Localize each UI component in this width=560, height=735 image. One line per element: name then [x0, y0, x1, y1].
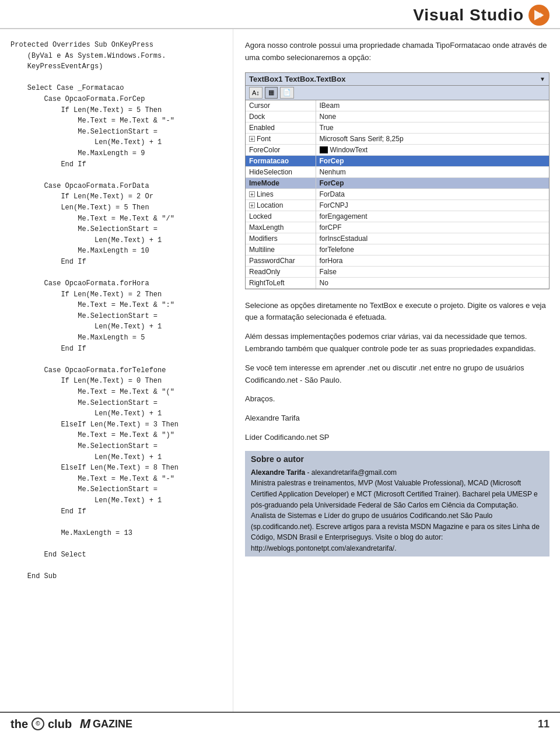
properties-table: Cursor IBeam Dock None Enabled True +F	[246, 100, 549, 289]
prop-name-hideselection: HideSelection	[246, 166, 316, 177]
prop-row-dock: Dock None	[246, 111, 549, 122]
prop-value-modifiers: forInscEstadual	[316, 233, 549, 244]
prop-name-passwordchar: PasswordChar	[246, 255, 316, 266]
prop-value-forecolor: WindowText	[316, 144, 549, 155]
page-wrapper: Visual Studio Protected Overrides Sub On…	[0, 0, 560, 735]
visual-studio-logo-icon	[528, 5, 550, 26]
prop-row-lines: +Lines ForData	[246, 188, 549, 200]
prop-row-cursor: Cursor IBeam	[246, 100, 549, 111]
prop-row-imemode: ImeMode ForCep	[246, 177, 549, 188]
prop-value-dock: None	[316, 111, 549, 122]
prop-name-cursor: Cursor	[246, 100, 316, 111]
right-column: Agora nosso controle possui uma propried…	[233, 29, 560, 712]
prop-value-passwordchar: forHora	[316, 255, 549, 266]
prop-name-imemode: ImeMode	[246, 177, 316, 188]
props-dropdown-arrow-icon[interactable]: ▼	[540, 76, 545, 82]
prop-value-formatacao: ForCep	[316, 155, 549, 166]
footer-m-text: M	[80, 716, 90, 732]
footer-page-number: 11	[538, 718, 550, 730]
prop-row-enabled: Enabled True	[246, 122, 549, 133]
prop-row-passwordchar: PasswordChar forHora	[246, 255, 549, 266]
prop-row-maxlength: MaxLength forCPF	[246, 222, 549, 233]
content-area: Protected Overrides Sub OnKeyPress (ByVa…	[0, 29, 560, 712]
prop-name-font: +Font	[246, 133, 316, 144]
code-block: Protected Overrides Sub OnKeyPress (ByVa…	[10, 40, 226, 582]
props-toolbar: A↕ ▦ 📄	[246, 86, 549, 100]
prop-value-readonly: False	[316, 266, 549, 277]
prop-row-font: +Font Microsoft Sans Serif; 8,25p	[246, 133, 549, 144]
club-circle-icon: ©	[32, 718, 44, 730]
prop-name-multiline: Multiline	[246, 244, 316, 255]
alexandre-text: Alexandre Tarifa	[245, 412, 550, 425]
about-body: Alexandre Tarifa - alexandretarifa@gmail…	[251, 467, 544, 554]
prop-value-locked: forEngagement	[316, 211, 549, 222]
properties-panel: TextBox1 TextBox.TextBox ▼ A↕ ▦ 📄 Cursor…	[245, 72, 550, 289]
prop-row-readonly: ReadOnly False	[246, 266, 549, 277]
selecione-text: Selecione as opções diretamente no TextB…	[245, 300, 550, 324]
prop-name-modifiers: Modifiers	[246, 233, 316, 244]
abracos-text: Abraços.	[245, 393, 550, 405]
about-section: Sobre o autor Alexandre Tarifa - alexand…	[245, 451, 550, 556]
prop-name-formatacao: Formatacao	[246, 155, 316, 166]
se-voce-text: Se você tem interesse em aprender .net o…	[245, 362, 550, 387]
prop-row-modifiers: Modifiers forInscEstadual	[246, 233, 549, 244]
prop-name-readonly: ReadOnly	[246, 266, 316, 277]
about-email-separator: -	[307, 468, 312, 477]
prop-row-hideselection: HideSelection Nenhum	[246, 166, 549, 177]
footer-club-text: club	[48, 718, 72, 731]
props-title-row: TextBox1 TextBox.TextBox ▼	[246, 73, 549, 86]
about-bio: Ministra palestras e treinamentos, MVP (…	[251, 479, 540, 552]
header: Visual Studio	[0, 0, 560, 29]
prop-value-imemode: ForCep	[316, 177, 549, 188]
prop-value-enabled: True	[316, 122, 549, 133]
footer-the-text: the	[10, 718, 28, 731]
prop-value-multiline: forTelefone	[316, 244, 549, 255]
prop-name-righttoleft: RightToLeft	[246, 277, 316, 288]
prop-row-multiline: Multiline forTelefone	[246, 244, 549, 255]
prop-name-maxlength: MaxLength	[246, 222, 316, 233]
prop-name-enabled: Enabled	[246, 122, 316, 133]
prop-value-maxlength: forCPF	[316, 222, 549, 233]
prop-name-lines: +Lines	[246, 188, 316, 200]
sort-az-button[interactable]: A↕	[249, 87, 262, 99]
prop-name-location: +Location	[246, 200, 316, 211]
header-title: Visual Studio	[413, 6, 524, 24]
prop-value-hideselection: Nenhum	[316, 166, 549, 177]
prop-name-locked: Locked	[246, 211, 316, 222]
prop-value-location: ForCNPJ	[316, 200, 549, 211]
about-title: Sobre o autor	[251, 454, 544, 464]
footer: the © club MGAZINE 11	[0, 712, 560, 735]
prop-row-location: +Location ForCNPJ	[246, 200, 549, 211]
left-column: Protected Overrides Sub OnKeyPress (ByVa…	[0, 29, 233, 712]
about-author-name: Alexandre Tarifa	[251, 468, 305, 477]
prop-value-righttoleft: No	[316, 277, 549, 288]
prop-row-locked: Locked forEngagement	[246, 211, 549, 222]
prop-value-cursor: IBeam	[316, 100, 549, 111]
prop-value-lines: ForData	[316, 188, 549, 200]
expand-location-icon[interactable]: +	[249, 202, 255, 208]
prop-value-font: Microsoft Sans Serif; 8,25p	[316, 133, 549, 144]
about-email: alexandretarifa@gmail.com	[312, 468, 397, 477]
categorized-button[interactable]: ▦	[265, 87, 278, 99]
intro-text: Agora nosso controle possui uma propried…	[245, 40, 550, 64]
expand-font-icon[interactable]: +	[249, 136, 255, 142]
props-page-button[interactable]: 📄	[280, 87, 294, 99]
prop-name-dock: Dock	[246, 111, 316, 122]
prop-row-forecolor: ForeColor WindowText	[246, 144, 549, 155]
expand-lines-icon[interactable]: +	[249, 191, 255, 197]
prop-row-righttoleft: RightToLeft No	[246, 277, 549, 288]
lider-text: Líder Codificando.net SP	[245, 432, 550, 444]
footer-magazine-suffix: GAZINE	[93, 718, 132, 730]
color-swatch-black	[320, 146, 328, 153]
prop-row-formatacao[interactable]: Formatacao ForCep	[246, 155, 549, 166]
props-title-text: TextBox1 TextBox.TextBox	[249, 75, 345, 83]
alem-text: Além dessas implementações podemos criar…	[245, 331, 550, 355]
svg-marker-1	[540, 12, 544, 18]
prop-name-forecolor: ForeColor	[246, 144, 316, 155]
footer-logo: the © club MGAZINE	[10, 716, 132, 732]
